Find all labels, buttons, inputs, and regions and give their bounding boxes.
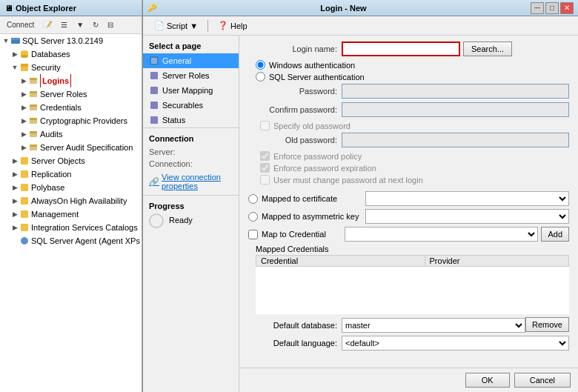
close-button[interactable]: ✕ bbox=[560, 2, 574, 14]
tree-crypto-node[interactable]: ▶ Cryptographic Providers bbox=[0, 114, 142, 127]
svg-point-25 bbox=[21, 237, 28, 245]
credential-col-header: Credential bbox=[256, 256, 425, 267]
credentials-label: Credentials bbox=[40, 101, 82, 114]
tree-audit-spec-node[interactable]: ▶ Server Audit Specification bbox=[0, 141, 142, 154]
polybase-label: Polybase bbox=[31, 181, 64, 194]
password-row: Password: bbox=[248, 84, 569, 99]
tree-server-node[interactable]: ▼ SQL Server 13.0.2149 bbox=[0, 34, 142, 47]
tree-security-node[interactable]: ▼ Security bbox=[0, 61, 142, 74]
page-server-roles[interactable]: Server Roles bbox=[143, 68, 239, 83]
minimize-button[interactable]: ─ bbox=[531, 2, 544, 14]
refresh-button[interactable]: ↻ bbox=[89, 19, 102, 31]
ok-button[interactable]: OK bbox=[465, 373, 510, 388]
mapped-cert-radio[interactable] bbox=[248, 194, 258, 204]
remove-button[interactable]: Remove bbox=[525, 317, 569, 332]
enforce-policy-checkbox[interactable] bbox=[260, 151, 270, 161]
logins-icon bbox=[28, 76, 39, 86]
must-change-row: User must change password at next login bbox=[248, 175, 569, 185]
mapped-asym-row: Mapped to asymmetric key bbox=[248, 209, 569, 224]
mapped-asym-select[interactable] bbox=[365, 209, 569, 224]
svg-rect-28 bbox=[150, 72, 158, 79]
sql-auth-radio[interactable] bbox=[256, 72, 265, 82]
tree-databases-node[interactable]: ▶ Databases bbox=[0, 47, 142, 61]
map-credential-checkbox[interactable] bbox=[248, 230, 258, 239]
crypto-icon bbox=[28, 116, 39, 126]
map-credential-select[interactable] bbox=[345, 227, 538, 242]
view-connection-link[interactable]: 🔗 View connection properties bbox=[149, 173, 233, 190]
page-general[interactable]: General bbox=[143, 53, 239, 68]
progress-section: Progress Ready bbox=[143, 195, 239, 233]
windows-auth-row: Windows authentication bbox=[248, 60, 569, 70]
integration-expand-icon: ▶ bbox=[10, 221, 19, 234]
confirm-password-input[interactable] bbox=[342, 102, 569, 117]
progress-title: Progress bbox=[149, 200, 233, 213]
server-label: SQL Server 13.0.2149 bbox=[22, 34, 103, 47]
audit-spec-icon bbox=[28, 142, 39, 153]
agent-label: SQL Server Agent (Agent XPs bbox=[31, 234, 140, 248]
login-name-input[interactable] bbox=[342, 41, 460, 56]
oe-title-text: Object Explorer bbox=[16, 4, 76, 13]
new-query-button[interactable]: 📝 bbox=[39, 19, 56, 31]
maximize-button[interactable]: □ bbox=[545, 2, 559, 14]
mapped-asym-radio[interactable] bbox=[248, 212, 258, 222]
default-database-label: Default database: bbox=[248, 321, 337, 330]
tree-server-roles-node[interactable]: ▶ Server Roles bbox=[0, 87, 142, 101]
alwayson-label: AlwaysOn High Availability bbox=[31, 194, 127, 207]
mapped-cert-select[interactable] bbox=[365, 191, 569, 206]
tree-server-objects-node[interactable]: ▶ Server Objects bbox=[0, 154, 142, 167]
tree-agent-node[interactable]: SQL Server Agent (Agent XPs bbox=[0, 234, 142, 248]
specify-old-password-checkbox[interactable] bbox=[260, 121, 270, 130]
page-securables[interactable]: Securables bbox=[143, 98, 239, 113]
replication-label: Replication bbox=[31, 167, 71, 181]
page-status[interactable]: Status bbox=[143, 113, 239, 127]
collapse-button[interactable]: ⊟ bbox=[104, 19, 117, 31]
dialog-title-icon: 🔑 bbox=[147, 4, 156, 12]
tree-audits-node[interactable]: ▶ Audits bbox=[0, 127, 142, 141]
list-view-button[interactable]: ☰ bbox=[57, 19, 71, 31]
add-button[interactable]: Add bbox=[541, 227, 569, 242]
connection-link-icon: 🔗 bbox=[149, 177, 159, 187]
management-icon bbox=[19, 209, 30, 219]
server-roles-icon bbox=[28, 89, 39, 99]
toolbar-separator bbox=[207, 20, 208, 32]
page-user-mapping[interactable]: User Mapping bbox=[143, 83, 239, 98]
svg-rect-30 bbox=[150, 102, 158, 109]
server-objects-label: Server Objects bbox=[31, 154, 85, 167]
tree-replication-node[interactable]: ▶ Replication bbox=[0, 167, 142, 181]
dialog-body: Select a page General Server Roles User … bbox=[143, 36, 578, 392]
oe-titlebar: 🖥 Object Explorer bbox=[0, 0, 142, 16]
tree-polybase-node[interactable]: ▶ Polybase bbox=[0, 181, 142, 194]
connect-button[interactable]: Connect bbox=[3, 19, 38, 31]
default-language-row: Default language: <default> bbox=[248, 336, 569, 351]
tree-logins-node[interactable]: ▶ Logins bbox=[0, 74, 142, 87]
logins-expand-icon: ▶ bbox=[19, 74, 28, 87]
server-expand-icon: ▼ bbox=[1, 34, 10, 47]
databases-icon bbox=[19, 49, 30, 59]
tree-credentials-node[interactable]: ▶ Credentials bbox=[0, 101, 142, 114]
must-change-checkbox[interactable] bbox=[260, 175, 270, 185]
cancel-button[interactable]: Cancel bbox=[514, 373, 571, 388]
enforce-expiration-checkbox[interactable] bbox=[260, 163, 270, 173]
windows-auth-radio[interactable] bbox=[256, 60, 265, 70]
default-language-select[interactable]: <default> bbox=[342, 336, 569, 351]
tree-management-node[interactable]: ▶ Management bbox=[0, 207, 142, 221]
default-database-select[interactable]: master bbox=[342, 318, 525, 333]
tree-integration-node[interactable]: ▶ Integration Services Catalogs bbox=[0, 221, 142, 234]
server-objects-icon bbox=[19, 156, 30, 166]
tree-alwayson-node[interactable]: ▶ AlwaysOn High Availability bbox=[0, 194, 142, 207]
help-button[interactable]: ❓ Help bbox=[213, 19, 253, 33]
old-password-row: Old password: bbox=[248, 133, 569, 147]
specify-old-password-label: Specify old password bbox=[273, 122, 351, 130]
progress-status: Ready bbox=[169, 216, 193, 225]
script-label: Script bbox=[167, 21, 187, 30]
search-button[interactable]: Search... bbox=[463, 41, 512, 56]
specify-old-password-row: Specify old password bbox=[248, 121, 569, 130]
dialog-controls: ─ □ ✕ bbox=[531, 2, 574, 14]
script-button[interactable]: 📄 Script ▼ bbox=[149, 19, 203, 33]
password-input[interactable] bbox=[342, 84, 569, 99]
filter-button[interactable]: ▼ bbox=[73, 19, 87, 31]
script-dropdown-icon: ▼ bbox=[190, 21, 198, 30]
old-password-input[interactable] bbox=[342, 133, 569, 147]
status-icon bbox=[149, 115, 159, 125]
svg-rect-24 bbox=[21, 224, 28, 231]
